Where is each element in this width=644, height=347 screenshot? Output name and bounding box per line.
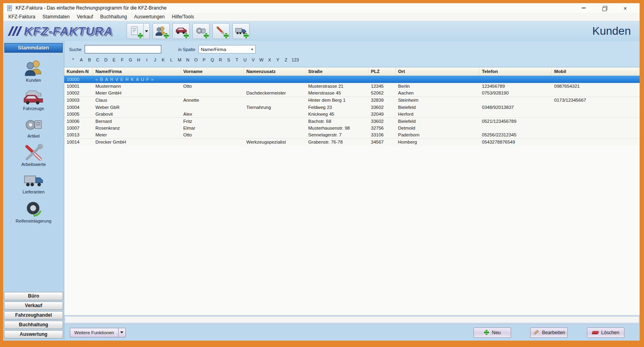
alphabet-filter-item[interactable]: K xyxy=(159,57,168,62)
sidebar-section-button[interactable]: Fahrzeughandel xyxy=(4,311,63,319)
search-input[interactable] xyxy=(85,45,161,53)
alphabet-filter-item[interactable]: D xyxy=(102,57,110,62)
sidebar-item-kunden[interactable]: Kunden xyxy=(23,59,44,83)
table-row[interactable]: 10014 Drecker GmbH Werkzeugspezialist Gr… xyxy=(64,139,640,146)
column-header[interactable]: PLZ xyxy=(369,67,396,75)
tire-storage-icon xyxy=(23,200,44,218)
cell-ort: Aachen xyxy=(396,91,480,95)
more-functions-button[interactable]: Weitere Funktionen xyxy=(70,328,119,337)
table-row[interactable]: 10007 Rosenkranz Elmar Musterhausenstr. … xyxy=(64,125,640,132)
sidebar-header-stammdaten[interactable]: Stammdaten xyxy=(4,43,63,53)
cell-ort: Bielefeld xyxy=(396,119,480,124)
alphabet-filter-bar: *ABCDEFGHIJKLMNOPQRSTUVWXYZ123 xyxy=(64,53,640,62)
menu-item[interactable]: Buchhaltung xyxy=(97,13,131,21)
table-header-row: Kunden-NName/FirmaVornameNamenzusatzStra… xyxy=(64,67,640,76)
column-header[interactable]: Ort xyxy=(396,67,480,75)
table-row[interactable]: 10005 Grabovit Alex Knickweg 45 32049 He… xyxy=(64,111,640,118)
table-row[interactable]: 10002 Meier GmbH Dachdeckermeister Meier… xyxy=(64,90,640,97)
cell-name-firma: Grabovit xyxy=(93,112,181,116)
more-functions-dropdown[interactable] xyxy=(119,328,126,337)
pencil-icon xyxy=(533,330,539,335)
column-header[interactable]: Kunden-N xyxy=(64,67,93,75)
sidebar-section-button[interactable]: Verkauf xyxy=(4,302,63,310)
alphabet-filter-item[interactable]: M xyxy=(176,57,184,62)
sidebar-item-artikel[interactable]: Artikel xyxy=(23,116,44,138)
alphabet-filter-item[interactable]: N xyxy=(184,57,192,62)
delete-button[interactable]: Löschen xyxy=(587,327,624,338)
sidebar-item-fahrzeuge[interactable]: Fahrzeuge xyxy=(23,88,44,111)
edit-button-label: Bearbeiten xyxy=(542,330,565,335)
column-header[interactable]: Mobil xyxy=(552,67,640,75)
sidebar-item-arbeitswerte[interactable]: Arbeitswerte xyxy=(21,144,46,167)
column-header[interactable]: Telefon xyxy=(480,67,552,75)
new-customer-button[interactable] xyxy=(153,23,170,39)
table-row[interactable]: 10001 Mustermann Otto Musterstrasse 21 1… xyxy=(64,83,640,90)
table-row[interactable]: 10003 Claus Annette Hinter dem Berg 1 32… xyxy=(64,97,640,104)
new-invoice-button[interactable] xyxy=(127,23,144,39)
table-row[interactable]: 10006 Bernard Fritz Bachstr. 68 33602 Bi… xyxy=(64,118,640,125)
edit-button[interactable]: Bearbeiten xyxy=(530,327,568,338)
alphabet-filter-item[interactable]: E xyxy=(110,57,119,62)
menu-item[interactable]: Hilfe/Tools xyxy=(168,13,198,21)
new-vehicle-button[interactable] xyxy=(172,23,190,39)
table-row[interactable]: 10013 Meier Otto Sennelagerstr. 7 33106 … xyxy=(64,132,640,139)
alphabet-filter-item[interactable]: L xyxy=(167,57,176,62)
sidebar-section-button[interactable]: Auswertung xyxy=(4,330,63,339)
column-header[interactable]: Vorname xyxy=(181,67,244,75)
alphabet-filter-item[interactable]: G xyxy=(127,57,135,62)
menu-item[interactable]: KFZ-Faktura xyxy=(5,13,39,21)
minimize-button[interactable] xyxy=(579,4,589,12)
alphabet-filter-item[interactable]: 123 xyxy=(290,57,301,62)
restore-button[interactable] xyxy=(600,4,609,12)
new-button[interactable]: Neu xyxy=(474,327,511,338)
menu-item[interactable]: Verkauf xyxy=(73,13,97,21)
alphabet-filter-item[interactable]: R xyxy=(216,57,225,62)
cell-plz: 34567 xyxy=(369,140,396,144)
window-title: KFZ-Faktura - Das einfache Rechnungsprog… xyxy=(16,5,166,11)
alphabet-filter-item[interactable]: O xyxy=(192,57,200,62)
column-header[interactable]: Name/Firma xyxy=(93,67,181,75)
alphabet-filter-item[interactable]: J xyxy=(151,57,159,62)
alphabet-filter-item[interactable]: C xyxy=(94,57,102,62)
sidebar-items: Kunden Fahrzeuge Artikel Arbeitswerte Li… xyxy=(3,54,64,290)
alphabet-filter-item[interactable]: V xyxy=(249,57,258,62)
alphabet-filter-item[interactable]: A xyxy=(77,57,86,62)
menu-item[interactable]: Auswertungen xyxy=(131,13,168,21)
new-labor-value-button[interactable] xyxy=(212,23,230,39)
new-article-button[interactable] xyxy=(192,23,210,39)
cell-ort: Paderborn xyxy=(396,132,480,137)
horizontal-scrollbar[interactable] xyxy=(65,316,639,323)
column-header[interactable]: Straße xyxy=(306,67,369,75)
sidebar-item-reifeneinlagerung[interactable]: Reifeneinlagerung xyxy=(16,200,51,223)
alphabet-filter-item[interactable]: X xyxy=(266,57,274,62)
new-invoice-dropdown[interactable] xyxy=(144,23,150,39)
menu-item[interactable]: Stammdaten xyxy=(39,13,73,21)
alphabet-filter-item[interactable]: I xyxy=(143,57,151,62)
alphabet-filter-item[interactable]: W xyxy=(258,57,266,62)
alphabet-filter-item[interactable]: B xyxy=(85,57,94,62)
alphabet-filter-item[interactable]: F xyxy=(118,57,127,62)
table-row[interactable]: 10004 Weber GbR Tiernahrung Feldweg 23 3… xyxy=(64,104,640,111)
alphabet-filter-item[interactable]: S xyxy=(225,57,233,62)
alphabet-filter-item[interactable]: * xyxy=(69,57,77,62)
close-button[interactable]: × xyxy=(620,4,630,12)
cell-plz: 33106 xyxy=(369,132,396,137)
new-supplier-button[interactable] xyxy=(232,23,250,39)
alphabet-filter-item[interactable]: P xyxy=(200,57,208,62)
cell-strasse: Bachstr. 68 xyxy=(306,119,369,124)
column-header[interactable]: Namenzusatz xyxy=(244,67,306,75)
logo-text: KFZ-FAKTURA xyxy=(24,24,113,38)
alphabet-filter-item[interactable]: Q xyxy=(208,57,217,62)
alphabet-filter-item[interactable]: Y xyxy=(274,57,282,62)
sidebar-section-button[interactable]: Buchhaltung xyxy=(4,321,63,329)
body: Stammdaten Kunden Fahrzeuge Artikel Arbe… xyxy=(3,41,640,341)
alphabet-filter-item[interactable]: T xyxy=(233,57,241,62)
alphabet-filter-item[interactable]: U xyxy=(241,57,250,62)
table-row[interactable]: 10000 «BARVERKAUF» xyxy=(64,76,640,83)
logo-slashes-icon xyxy=(10,26,22,36)
sidebar-section-button[interactable]: Büro xyxy=(4,292,63,300)
column-select[interactable]: Name/Firma ▾ xyxy=(198,45,256,53)
alphabet-filter-item[interactable]: Z xyxy=(282,57,290,62)
alphabet-filter-item[interactable]: H xyxy=(135,57,143,62)
sidebar-item-lieferanten[interactable]: Lieferanten xyxy=(22,172,44,194)
